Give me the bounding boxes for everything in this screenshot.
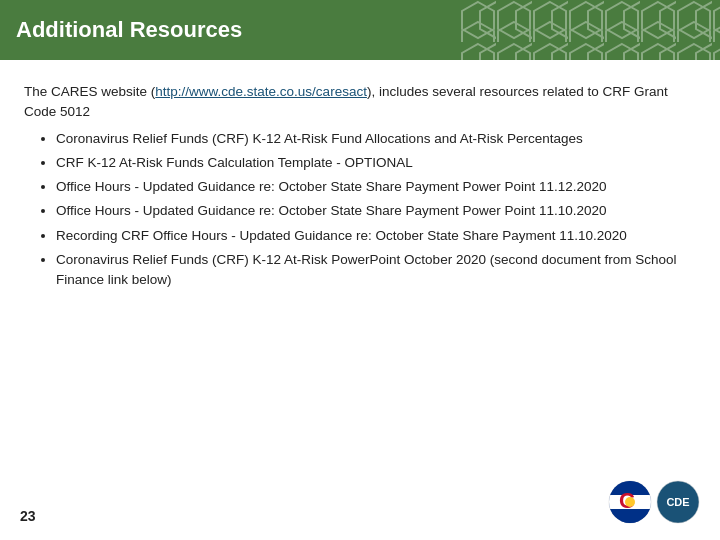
list-item: Office Hours - Updated Guidance re: Octo… bbox=[56, 177, 696, 197]
svg-rect-3 bbox=[460, 0, 720, 60]
header-pattern bbox=[460, 0, 720, 60]
list-item: Recording CRF Office Hours - Updated Gui… bbox=[56, 226, 696, 246]
list-item: Coronavirus Relief Funds (CRF) K-12 At-R… bbox=[56, 129, 696, 149]
colorado-logo: C bbox=[608, 480, 652, 524]
list-item: Office Hours - Updated Guidance re: Octo… bbox=[56, 201, 696, 221]
svg-text:CDE: CDE bbox=[666, 496, 689, 508]
cde-logo: CDE bbox=[656, 480, 700, 524]
list-item: CRF K-12 At-Risk Funds Calculation Templ… bbox=[56, 153, 696, 173]
intro-paragraph: The CARES website (http://www.cde.state.… bbox=[24, 82, 696, 123]
resources-list: Coronavirus Relief Funds (CRF) K-12 At-R… bbox=[24, 129, 696, 291]
list-item: Coronavirus Relief Funds (CRF) K-12 At-R… bbox=[56, 250, 696, 291]
page-number: 23 bbox=[20, 508, 36, 524]
cares-link[interactable]: http://www.cde.state.co.us/caresact bbox=[155, 84, 367, 99]
logos-area: C CDE bbox=[608, 480, 700, 524]
svg-point-10 bbox=[625, 497, 635, 507]
page-title: Additional Resources bbox=[16, 17, 242, 43]
content-area: The CARES website (http://www.cde.state.… bbox=[0, 60, 720, 310]
intro-prefix: The CARES website ( bbox=[24, 84, 155, 99]
header: Additional Resources bbox=[0, 0, 720, 60]
footer: 23 C CDE bbox=[20, 480, 700, 524]
